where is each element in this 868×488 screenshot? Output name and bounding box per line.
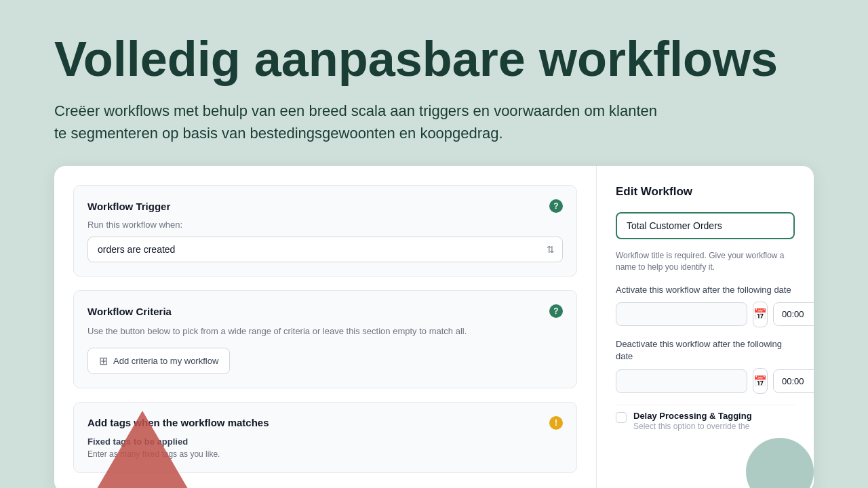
criteria-description: Use the button below to pick from a wide… xyxy=(87,325,563,338)
decorative-triangle xyxy=(95,411,190,488)
calendar-icon-2: 📅 xyxy=(753,375,767,388)
activate-date-label: Activate this workflow after the followi… xyxy=(616,284,795,296)
deactivate-date-input[interactable] xyxy=(616,369,747,393)
activate-calendar-button[interactable]: 📅 xyxy=(753,302,768,327)
delay-processing-checkbox[interactable] xyxy=(616,412,627,423)
trigger-run-label: Run this workflow when: xyxy=(87,220,563,230)
deactivate-time-wrapper: ▲ ▼ xyxy=(773,369,814,393)
deactivate-date-label: Deactivate this workflow after the follo… xyxy=(616,338,795,363)
edit-workflow-title: Edit Workflow xyxy=(616,185,795,199)
deactivate-time-input[interactable] xyxy=(773,369,814,393)
add-criteria-label: Add criteria to my workflow xyxy=(113,356,218,366)
activate-date-input[interactable] xyxy=(616,302,747,326)
workflow-name-input[interactable] xyxy=(616,212,795,239)
activate-date-section: Activate this workflow after the followi… xyxy=(616,284,795,327)
trigger-help-icon[interactable]: ? xyxy=(549,199,563,213)
trigger-title: Workflow Trigger xyxy=(87,201,170,212)
trigger-select[interactable]: orders are created orders are fulfilled … xyxy=(87,237,563,262)
delay-processing-hint: Select this option to override the xyxy=(633,421,752,432)
page-title: Volledig aanpasbare workflows xyxy=(54,33,814,86)
workflow-name-hint: Workflow title is required. Give your wo… xyxy=(616,250,795,273)
delay-processing-label: Delay Processing & Tagging xyxy=(633,411,752,421)
workflow-trigger-card: Workflow Trigger ? Run this workflow whe… xyxy=(73,185,577,277)
criteria-title: Workflow Criteria xyxy=(87,306,172,317)
activate-time-wrapper: ▲ ▼ xyxy=(773,302,814,326)
tags-warning-icon[interactable]: ! xyxy=(549,416,563,430)
deactivate-date-row: 📅 ▲ ▼ xyxy=(616,368,795,394)
calendar-icon: 📅 xyxy=(753,308,767,321)
workflow-criteria-card: Workflow Criteria ? Use the button below… xyxy=(73,290,577,388)
add-criteria-button[interactable]: ⊞ Add criteria to my workflow xyxy=(87,348,230,374)
activate-time-input[interactable] xyxy=(773,302,814,326)
deactivate-date-section: Deactivate this workflow after the follo… xyxy=(616,338,795,394)
activate-date-row: 📅 ▲ ▼ xyxy=(616,302,795,327)
deactivate-calendar-button[interactable]: 📅 xyxy=(753,368,768,394)
page-subtitle: Creëer workflows met behulp van een bree… xyxy=(54,100,665,144)
add-criteria-icon: ⊞ xyxy=(99,354,108,367)
delay-processing-row: Delay Processing & Tagging Select this o… xyxy=(616,405,795,432)
trigger-select-wrapper: orders are created orders are fulfilled … xyxy=(87,237,563,262)
criteria-help-icon[interactable]: ? xyxy=(549,304,563,318)
